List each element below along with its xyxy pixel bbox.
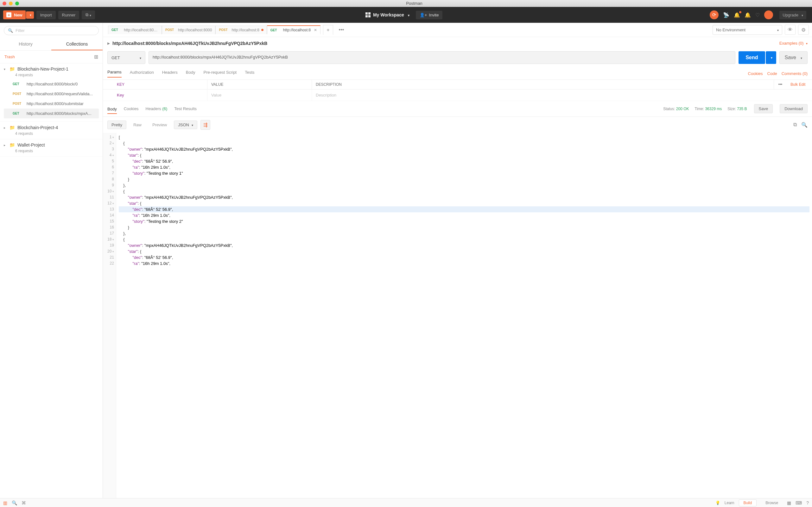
minimize-window[interactable] — [9, 2, 13, 5]
bootcamp-icon[interactable]: 💡 — [715, 501, 720, 505]
size-value: 735 B — [737, 107, 747, 111]
method-selector[interactable]: GET — [107, 51, 145, 64]
learn-link[interactable]: Learn — [725, 501, 734, 505]
tab-overflow[interactable]: ••• — [336, 25, 347, 35]
subtab-authorization[interactable]: Authorization — [130, 70, 154, 77]
url-input[interactable]: http://localhost:8000/blocks/mpxAH46JQTk… — [149, 51, 735, 64]
settings-icon[interactable]: ⚙ — [798, 25, 809, 35]
resp-tab-cookies[interactable]: Cookies — [124, 106, 139, 111]
avatar[interactable] — [764, 10, 773, 19]
keyboard-icon[interactable]: ⌨ — [796, 500, 802, 505]
maximize-window[interactable] — [15, 2, 19, 5]
collection-header[interactable]: ▸📁Wallet-Project — [4, 143, 99, 148]
search-response-icon[interactable]: 🔍 — [801, 122, 808, 128]
status-value: 200 OK — [676, 107, 689, 111]
status-bar: ▥ 🔍 ⌘ 💡 Learn Build Browse ▦ ⌨ ? — [0, 498, 812, 507]
request-tab[interactable]: GEThttp://localhost:8000/ — [108, 25, 162, 34]
env-quicklook-icon[interactable]: 👁 — [785, 25, 796, 35]
heart-icon[interactable]: ♡ — [755, 12, 760, 18]
sync-button[interactable]: ⟳ — [710, 10, 719, 19]
code-link[interactable]: Code — [767, 71, 777, 76]
import-button[interactable]: Import — [37, 11, 56, 19]
collection-count: 6 requests — [15, 149, 99, 153]
subtab-prerequest[interactable]: Pre-request Script — [203, 70, 237, 77]
new-tab-button[interactable]: + — [323, 25, 333, 35]
bulk-edit-link[interactable]: Bulk Edit — [786, 80, 812, 89]
comments-link[interactable]: Comments (0) — [781, 71, 808, 76]
sidebar-toggle-icon[interactable]: ▥ — [3, 500, 7, 505]
new-window-button[interactable]: ⧉ — [82, 10, 95, 19]
subtab-tests[interactable]: Tests — [245, 70, 254, 77]
resp-tab-headers[interactable]: Headers (6) — [146, 106, 167, 111]
response-body[interactable]: 12345678910111213141516171819202122 [ { … — [103, 133, 812, 498]
examples-link[interactable]: Examples (0) — [779, 41, 808, 46]
view-raw[interactable]: Raw — [130, 121, 145, 129]
notifications-icon[interactable]: 🔔 — [734, 12, 740, 18]
search-icon: 🔍 — [8, 28, 13, 33]
subtab-params[interactable]: Params — [107, 70, 121, 77]
resp-tab-tests[interactable]: Test Results — [174, 106, 197, 111]
send-dropdown[interactable] — [766, 51, 776, 64]
upgrade-button[interactable]: Upgrade — [779, 11, 806, 19]
wrap-lines-icon[interactable]: ⇶ — [200, 120, 210, 130]
sidebar-request[interactable]: POSThttp://localhost:8000/submitstar — [4, 99, 99, 109]
new-dropdown[interactable] — [26, 11, 34, 19]
console-icon[interactable]: ⌘ — [21, 500, 26, 505]
person-plus-icon: 👤+ — [420, 13, 427, 17]
find-icon[interactable]: 🔍 — [12, 500, 17, 505]
view-preview[interactable]: Preview — [149, 121, 171, 129]
collapse-icon[interactable]: ▸ — [107, 40, 110, 46]
sidebar-request[interactable]: GEThttp://localhost:8000/block/0 — [4, 79, 99, 89]
format-selector[interactable]: JSON — [174, 121, 197, 129]
close-tab-icon: ✕ — [314, 28, 317, 32]
cookies-link[interactable]: Cookies — [748, 71, 763, 76]
tab-history[interactable]: History — [0, 38, 51, 50]
new-button[interactable]: + New — [3, 10, 26, 19]
grid-icon — [365, 12, 370, 17]
window-title: Postman — [19, 1, 809, 6]
save-response-button[interactable]: Save — [754, 104, 773, 113]
sidebar-request[interactable]: GEThttp://localhost:8000/blocks/mpxA... — [4, 109, 99, 118]
view-pretty[interactable]: Pretty — [107, 121, 126, 129]
request-tab[interactable]: GEThttp://localhost:8✕ — [267, 25, 320, 34]
runner-button[interactable]: Runner — [58, 11, 80, 19]
browse-button[interactable]: Browse — [761, 500, 782, 506]
request-tab[interactable]: POSThttp://localhost:8 — [215, 25, 267, 34]
params-header: KEY VALUE DESCRIPTION ••• Bulk Edit — [103, 80, 812, 90]
two-pane-icon[interactable]: ▦ — [787, 500, 791, 505]
invite-button[interactable]: 👤+ Invite — [416, 11, 443, 19]
new-collection-icon[interactable]: ⊞ — [94, 54, 98, 60]
resp-tab-body[interactable]: Body — [107, 107, 117, 114]
help-icon[interactable]: ? — [806, 500, 809, 505]
sidebar: 🔍 Filter History Collections Trash ⊞ ▾📁B… — [0, 23, 103, 498]
bell-icon[interactable]: 🔔 — [745, 12, 751, 18]
trash-link[interactable]: Trash — [4, 54, 15, 59]
copy-response-icon[interactable]: ⧉ — [793, 122, 797, 128]
filter-input[interactable]: 🔍 Filter — [4, 26, 99, 35]
app-header: + New Import Runner ⧉ My Workspace 👤+ In… — [0, 7, 812, 23]
plus-icon: + — [6, 12, 11, 17]
collection-header[interactable]: ▸📁Blockchain-Project-4 — [4, 125, 99, 130]
close-window[interactable] — [3, 2, 6, 5]
send-button[interactable]: Send — [739, 51, 765, 64]
request-tab[interactable]: POSThttp://localhost:8000 — [162, 25, 215, 34]
save-button[interactable]: Save — [779, 51, 808, 64]
params-more[interactable]: ••• — [774, 80, 786, 89]
time-value: 36329 ms — [705, 107, 722, 111]
subtab-body[interactable]: Body — [186, 70, 195, 77]
titlebar: Postman — [0, 0, 812, 7]
params-row-empty[interactable]: Key Value Description — [103, 90, 812, 101]
subtab-headers[interactable]: Headers — [162, 70, 177, 77]
sidebar-request[interactable]: POSThttp://localhost:8000/requestValida.… — [4, 89, 99, 99]
build-button[interactable]: Build — [739, 499, 757, 506]
workspace-selector[interactable]: My Workspace — [362, 10, 413, 19]
main-area: GEThttp://localhost:8000/POSThttp://loca… — [103, 23, 812, 498]
environment-selector[interactable]: No Environment — [713, 25, 782, 35]
modified-dot-icon — [261, 29, 263, 31]
tab-collections[interactable]: Collections — [51, 38, 103, 50]
collection-count: 4 requests — [15, 73, 99, 77]
collection-header[interactable]: ▾📁Blockchain-New-Project-1 — [4, 66, 99, 71]
download-response-button[interactable]: Download — [780, 104, 808, 113]
capture-icon[interactable]: 📡 — [723, 12, 729, 18]
collection-count: 4 requests — [15, 131, 99, 136]
